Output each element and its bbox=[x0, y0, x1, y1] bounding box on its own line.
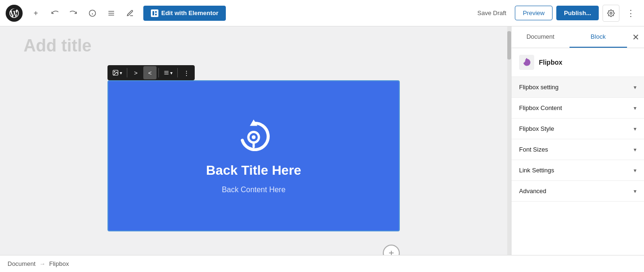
add-block-toolbar-btn[interactable]: + bbox=[28, 6, 43, 21]
panel-close-btn[interactable]: ✕ bbox=[627, 29, 644, 46]
bt-more-btn[interactable]: ⋮ bbox=[180, 66, 193, 79]
accordion-section-advanced: Advanced▾ bbox=[512, 181, 644, 202]
accordion-header-flipbox-style[interactable]: Flipbox Style▾ bbox=[512, 119, 644, 139]
chevron-icon-flipbox-setting: ▾ bbox=[634, 84, 636, 91]
accordion-section-flipbox-style: Flipbox Style▾ bbox=[512, 119, 644, 139]
accordion-header-flipbox-content[interactable]: Flipbox Content▾ bbox=[512, 98, 644, 118]
flipbox-block: Back Title Here Back Content Here bbox=[107, 80, 400, 231]
tab-block[interactable]: Block bbox=[570, 26, 627, 48]
accordion-section-link-settings: Link Settings▾ bbox=[512, 160, 644, 181]
flipbox-block-icon bbox=[235, 118, 272, 155]
bt-image-btn[interactable]: ▾ bbox=[109, 66, 125, 79]
wordpress-icon bbox=[9, 8, 19, 18]
redo-btn[interactable] bbox=[66, 6, 81, 21]
main-area: Add title ▾ > < ▾ ⋮ bbox=[0, 26, 644, 255]
elementor-btn-icon bbox=[151, 9, 158, 17]
right-panel: Document Block ✕ Flipbox Flipbox setting… bbox=[511, 26, 644, 255]
settings-btn[interactable] bbox=[603, 5, 619, 22]
flipbox-back-content: Back Content Here bbox=[222, 186, 285, 194]
tab-document[interactable]: Document bbox=[512, 26, 570, 48]
top-bar: + Edit with Elementor Save Draft Preview… bbox=[0, 0, 644, 26]
svg-marker-19 bbox=[526, 59, 528, 60]
svg-rect-7 bbox=[155, 11, 157, 13]
chevron-icon-advanced: ▾ bbox=[634, 188, 636, 195]
bt-navigate-back-btn[interactable]: < bbox=[143, 66, 157, 79]
accordion-label-flipbox-content: Flipbox Content bbox=[519, 104, 562, 111]
accordion-section-flipbox-content: Flipbox Content▾ bbox=[512, 98, 644, 119]
svg-rect-6 bbox=[153, 11, 155, 15]
block-name-label: Flipbox bbox=[539, 59, 562, 66]
flipbox-back-title: Back Title Here bbox=[206, 163, 301, 178]
bt-align-btn[interactable]: ▾ bbox=[161, 66, 175, 79]
chevron-icon-flipbox-content: ▾ bbox=[634, 105, 636, 111]
editor-scrollbar[interactable] bbox=[507, 26, 511, 255]
accordion-container: Flipbox setting▾Flipbox Content▾Flipbox … bbox=[512, 77, 644, 202]
chevron-icon-font-sizes: ▾ bbox=[634, 146, 636, 153]
block-icon-wrap bbox=[519, 55, 534, 70]
save-draft-btn[interactable]: Save Draft bbox=[473, 7, 511, 19]
add-block-btn[interactable]: + bbox=[383, 245, 400, 255]
block-toolbar: ▾ > < ▾ ⋮ bbox=[107, 65, 195, 80]
accordion-label-flipbox-setting: Flipbox setting bbox=[519, 84, 559, 91]
editor-area: Add title ▾ > < ▾ ⋮ bbox=[0, 26, 507, 255]
wp-logo[interactable] bbox=[6, 5, 23, 22]
page-title-placeholder[interactable]: Add title bbox=[19, 36, 91, 56]
accordion-label-font-sizes: Font Sizes bbox=[519, 146, 548, 153]
panel-tabs: Document Block ✕ bbox=[512, 26, 644, 48]
accordion-label-advanced: Advanced bbox=[519, 187, 546, 195]
edit-pen-btn[interactable] bbox=[123, 6, 138, 21]
publish-btn[interactable]: Publish... bbox=[556, 6, 599, 20]
bottom-bar: Document → Flipbox bbox=[0, 255, 644, 272]
preview-btn[interactable]: Preview bbox=[515, 6, 553, 20]
accordion-label-link-settings: Link Settings bbox=[519, 167, 554, 174]
editor-scrollbar-thumb bbox=[507, 31, 511, 60]
chevron-icon-flipbox-style: ▾ bbox=[634, 126, 636, 132]
svg-point-11 bbox=[114, 71, 115, 72]
edit-elementor-label: Edit with Elementor bbox=[161, 9, 218, 17]
breadcrumb-current[interactable]: Flipbox bbox=[49, 260, 69, 267]
svg-rect-8 bbox=[155, 14, 157, 16]
block-header: Flipbox bbox=[512, 48, 644, 77]
edit-elementor-btn[interactable]: Edit with Elementor bbox=[143, 6, 226, 21]
info-btn[interactable] bbox=[85, 6, 100, 21]
breadcrumb-root[interactable]: Document bbox=[8, 260, 35, 267]
block-toolbar-container: ▾ > < ▾ ⋮ bbox=[107, 65, 400, 231]
accordion-section-flipbox-setting: Flipbox setting▾ bbox=[512, 77, 644, 98]
accordion-header-font-sizes[interactable]: Font Sizes▾ bbox=[512, 139, 644, 160]
undo-btn[interactable] bbox=[47, 6, 62, 21]
accordion-header-flipbox-setting[interactable]: Flipbox setting▾ bbox=[512, 77, 644, 97]
bt-navigate-forward-btn[interactable]: > bbox=[129, 66, 142, 79]
accordion-section-font-sizes: Font Sizes▾ bbox=[512, 139, 644, 160]
list-view-btn[interactable] bbox=[104, 6, 119, 21]
chevron-icon-link-settings: ▾ bbox=[634, 167, 636, 174]
accordion-label-flipbox-style: Flipbox Style bbox=[519, 125, 554, 132]
flipbox-panel-icon bbox=[522, 58, 531, 67]
accordion-header-link-settings[interactable]: Link Settings▾ bbox=[512, 160, 644, 180]
accordion-header-advanced[interactable]: Advanced▾ bbox=[512, 181, 644, 201]
more-options-btn[interactable]: ⋮ bbox=[623, 6, 638, 21]
svg-point-9 bbox=[610, 12, 612, 14]
svg-point-17 bbox=[252, 136, 256, 139]
breadcrumb-separator: → bbox=[39, 260, 45, 267]
